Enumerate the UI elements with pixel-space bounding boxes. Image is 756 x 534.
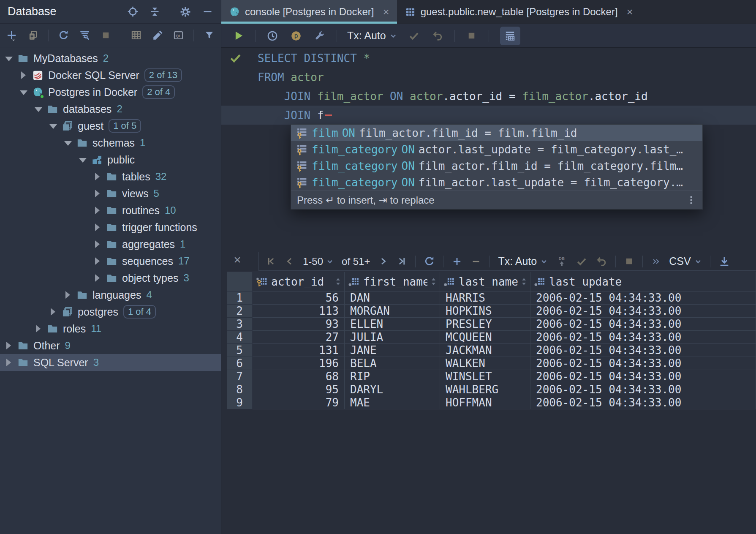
more-exports-icon[interactable] <box>651 256 661 267</box>
wrench-icon[interactable] <box>313 29 326 43</box>
cell-last-update[interactable]: 2006-02-15 04:34:33.00 <box>530 383 756 396</box>
last-page-button[interactable] <box>397 256 407 267</box>
cell-last-name[interactable]: WINSLET <box>440 370 530 383</box>
cell-last-update[interactable]: 2006-02-15 04:34:33.00 <box>530 292 756 305</box>
chevron-collapsed-icon[interactable] <box>93 256 102 266</box>
chevron-expanded-icon[interactable] <box>78 155 87 165</box>
results-tx-dropdown[interactable]: Tx: Auto <box>498 255 548 267</box>
cell-actor-id[interactable]: 95 <box>253 383 345 396</box>
hide-panel-icon[interactable] <box>201 5 214 19</box>
cell-first-name[interactable]: ELLEN <box>345 318 440 331</box>
completion-item[interactable]: film_categoryONfilm_actor.last_update = … <box>291 174 702 191</box>
column-header-actor_id[interactable]: actor_id <box>253 272 345 292</box>
cell-last-name[interactable]: HOPKINS <box>440 305 530 318</box>
close-icon[interactable]: × <box>627 6 633 17</box>
table-view-button[interactable] <box>131 29 142 42</box>
tree-item-docker-sql-server[interactable]: Docker SQL Server2 of 13 <box>0 67 221 84</box>
chevron-collapsed-icon[interactable] <box>4 341 14 351</box>
add-row-button[interactable] <box>451 256 462 267</box>
cell-first-name[interactable]: BELA <box>345 357 440 370</box>
cell-first-name[interactable]: DAN <box>345 292 440 305</box>
run-button[interactable] <box>231 29 245 43</box>
cell-first-name[interactable]: JULIA <box>345 331 440 344</box>
cell-last-update[interactable]: 2006-02-15 04:34:33.00 <box>530 305 756 318</box>
tab-console[interactable]: console [Postgres in Docker] × <box>221 0 397 24</box>
completion-item[interactable]: film_categoryONactor.last_update = film_… <box>291 141 702 158</box>
cell-last-name[interactable]: HARRIS <box>440 292 530 305</box>
code-line[interactable]: JOIN f <box>221 106 756 125</box>
chevron-expanded-icon[interactable] <box>63 138 73 148</box>
results-rollback-button[interactable] <box>596 256 607 267</box>
cell-last-update[interactable]: 2006-02-15 04:34:33.00 <box>530 370 756 383</box>
tree-item-schemas[interactable]: schemas1 <box>0 134 221 151</box>
stop-button[interactable] <box>100 29 111 42</box>
cell-first-name[interactable]: DARYL <box>345 383 440 396</box>
column-header-last_update[interactable]: last_update <box>530 272 756 292</box>
prev-page-button[interactable] <box>284 256 295 267</box>
history-icon[interactable] <box>266 29 279 43</box>
sort-toggle-icon[interactable] <box>521 277 527 286</box>
reload-data-button[interactable] <box>424 256 435 267</box>
gear-icon[interactable] <box>179 5 192 19</box>
locate-icon[interactable] <box>126 5 139 19</box>
tree-item-databases[interactable]: databases2 <box>0 101 221 117</box>
cell-first-name[interactable]: MAE <box>345 396 440 409</box>
edit-button[interactable] <box>152 29 163 42</box>
cell-last-name[interactable]: WAHLBERG <box>440 383 530 396</box>
filter-button[interactable] <box>203 29 215 42</box>
tree-item-postgres-in-docker[interactable]: Postgres in Docker2 of 4 <box>0 84 221 101</box>
cell-first-name[interactable]: MORGAN <box>345 305 440 318</box>
cell-actor-id[interactable]: 56 <box>253 292 345 305</box>
close-results-icon[interactable]: × <box>229 251 246 268</box>
cell-actor-id[interactable]: 93 <box>253 318 345 331</box>
tree-item-other[interactable]: Other9 <box>0 337 221 354</box>
chevron-collapsed-icon[interactable] <box>93 222 102 232</box>
chevron-collapsed-icon[interactable] <box>4 357 14 368</box>
completion-item[interactable]: film_categoryONfilm_actor.film_id = film… <box>291 158 702 174</box>
profile-icon[interactable]: p <box>289 29 303 43</box>
chevron-expanded-icon[interactable] <box>49 121 58 131</box>
cell-first-name[interactable]: JANE <box>345 344 440 357</box>
chevron-expanded-icon[interactable] <box>4 53 14 63</box>
in-editor-results-toggle[interactable] <box>500 27 520 45</box>
cell-last-update[interactable]: 2006-02-15 04:34:33.00 <box>530 396 756 409</box>
code-line[interactable]: FROM actor <box>221 68 756 87</box>
cell-actor-id[interactable]: 196 <box>253 357 345 370</box>
close-icon[interactable]: × <box>383 6 389 17</box>
chevron-collapsed-icon[interactable] <box>93 239 102 249</box>
tree-item-trigger-functions[interactable]: trigger functions <box>0 219 221 236</box>
code-line[interactable]: SELECT DISTINCT * <box>221 49 756 68</box>
tree-item-postgres[interactable]: postgres1 of 4 <box>0 303 221 320</box>
cell-last-name[interactable]: WALKEN <box>440 357 530 370</box>
chevron-collapsed-icon[interactable] <box>49 307 58 317</box>
row-number-cell[interactable]: 6 <box>227 357 253 370</box>
row-number-cell[interactable]: 8 <box>227 383 253 396</box>
tree-item-mydatabases[interactable]: MyDatabases2 <box>0 50 221 67</box>
row-number-cell[interactable]: 4 <box>227 331 253 344</box>
download-button[interactable] <box>718 256 730 267</box>
chevron-collapsed-icon[interactable] <box>93 273 102 283</box>
cell-actor-id[interactable]: 68 <box>253 370 345 383</box>
chevron-collapsed-icon[interactable] <box>93 172 102 182</box>
cell-last-update[interactable]: 2006-02-15 04:34:33.00 <box>530 318 756 331</box>
column-header-last_name[interactable]: last_name <box>440 272 530 292</box>
tree-item-sql-server[interactable]: SQL Server3 <box>0 354 221 371</box>
row-number-cell[interactable]: 1 <box>227 292 253 305</box>
tree-item-public[interactable]: public <box>0 151 221 168</box>
page-range-dropdown[interactable]: 1-50 <box>303 256 334 267</box>
row-number-cell[interactable]: 9 <box>227 396 253 409</box>
query-console-button[interactable]: QL <box>172 29 184 42</box>
add-datasource-button[interactable] <box>6 29 18 42</box>
cell-actor-id[interactable]: 27 <box>253 331 345 344</box>
cell-last-update[interactable]: 2006-02-15 04:34:33.00 <box>530 357 756 370</box>
results-stop-button[interactable] <box>624 256 634 267</box>
tree-item-guest[interactable]: guest1 of 5 <box>0 117 221 134</box>
chevron-collapsed-icon[interactable] <box>63 290 73 300</box>
column-header-first_name[interactable]: first_name <box>345 272 440 292</box>
cell-last-name[interactable]: HOFFMAN <box>440 396 530 409</box>
tab-new-table[interactable]: guest.public.new_table [Postgres in Dock… <box>397 0 641 24</box>
tree-item-views[interactable]: views5 <box>0 185 221 202</box>
row-number-cell[interactable]: 7 <box>227 370 253 383</box>
tree-item-sequences[interactable]: sequences17 <box>0 253 221 270</box>
cell-first-name[interactable]: RIP <box>345 370 440 383</box>
